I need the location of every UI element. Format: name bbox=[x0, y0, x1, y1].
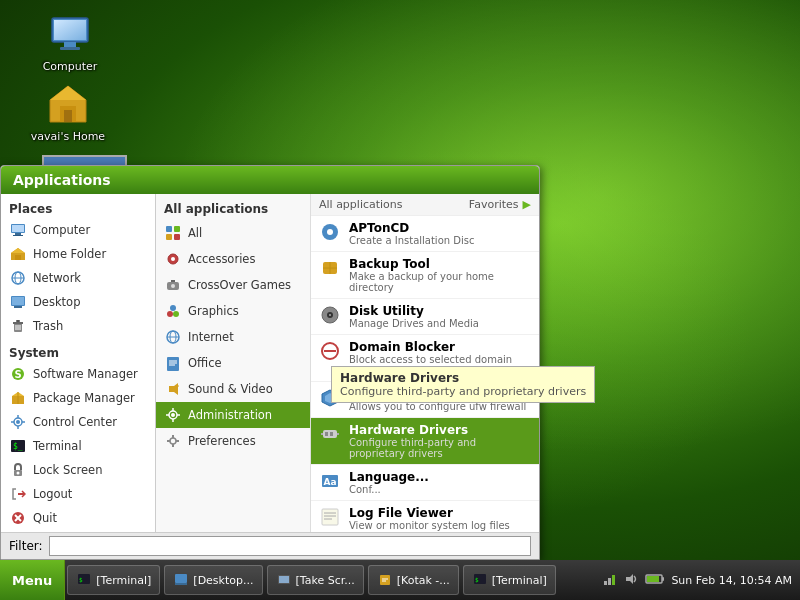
sidebar-item-network[interactable]: Network bbox=[1, 266, 155, 290]
graphics-icon bbox=[164, 302, 182, 320]
svg-rect-47 bbox=[166, 226, 172, 232]
sidebar-item-terminal[interactable]: $_ Terminal bbox=[1, 434, 155, 458]
hardware-drivers-desc: Configure third-party and proprietary dr… bbox=[349, 437, 531, 459]
cat-administration-label: Administration bbox=[188, 408, 272, 422]
log-viewer-name: Log File Viewer bbox=[349, 506, 510, 520]
favorites-arrow-icon: ▶ bbox=[523, 198, 531, 211]
svg-rect-113 bbox=[380, 575, 390, 585]
cat-all[interactable]: All bbox=[156, 220, 310, 246]
sidebar-network-label: Network bbox=[33, 271, 81, 285]
sidebar-item-package-manager[interactable]: Package Manager bbox=[1, 386, 155, 410]
svg-rect-48 bbox=[174, 226, 180, 232]
network-icon bbox=[9, 269, 27, 287]
sidebar-software-label: Software Manager bbox=[33, 367, 138, 381]
terminal2-icon: $ bbox=[472, 572, 488, 588]
svg-point-42 bbox=[17, 472, 20, 475]
home-desktop-icon[interactable]: vavai's Home bbox=[28, 80, 108, 143]
app-item-log-viewer[interactable]: Log File Viewer View or monitor system l… bbox=[311, 501, 539, 532]
cat-all-label: All bbox=[188, 226, 202, 240]
sidebar-logout-label: Logout bbox=[33, 487, 72, 501]
app-item-aptoncd[interactable]: APTonCD Create a Installation Disc bbox=[311, 216, 539, 252]
svg-rect-20 bbox=[12, 297, 24, 305]
desktop1-icon bbox=[173, 572, 189, 588]
volume-icon[interactable] bbox=[623, 571, 639, 590]
cat-sound-video[interactable]: Sound & Video bbox=[156, 376, 310, 402]
sidebar-item-home[interactable]: Home Folder bbox=[1, 242, 155, 266]
app-item-disk-utility[interactable]: Disk Utility Manage Drives and Media bbox=[311, 299, 539, 335]
sidebar-item-logout[interactable]: Logout bbox=[1, 482, 155, 506]
taskbar-item-terminal2[interactable]: $ [Terminal] bbox=[463, 565, 556, 595]
package-manager-icon bbox=[9, 389, 27, 407]
hardware-drivers-icon bbox=[319, 423, 341, 445]
svg-point-58 bbox=[173, 311, 179, 317]
svg-rect-93 bbox=[330, 432, 333, 436]
taskbar-apps: $ [Terminal] [Desktop... [Take Scr... [K… bbox=[65, 560, 593, 600]
sidebar-item-desktop[interactable]: Desktop bbox=[1, 290, 155, 314]
computer-desktop-icon[interactable]: Computer bbox=[30, 10, 110, 73]
svg-text:$_: $_ bbox=[13, 442, 23, 451]
svg-text:$: $ bbox=[79, 576, 83, 583]
menu-body: Places Computer Home Folder bbox=[1, 194, 539, 532]
sidebar-trash-label: Trash bbox=[33, 319, 63, 333]
svg-rect-109 bbox=[175, 574, 187, 583]
start-button[interactable]: Menu bbox=[0, 560, 65, 600]
all-apps-label: All applications bbox=[319, 198, 403, 211]
app-item-domain-blocker[interactable]: Domain Blocker Block access to selected … bbox=[311, 335, 539, 382]
sidebar-item-software-manager[interactable]: S Software Manager bbox=[1, 362, 155, 386]
cat-office[interactable]: Office bbox=[156, 350, 310, 376]
svg-point-55 bbox=[171, 284, 175, 288]
app-categories-panel: All applications All Accessories bbox=[156, 194, 311, 532]
network-status-icon[interactable] bbox=[601, 571, 617, 590]
cat-accessories[interactable]: Accessories bbox=[156, 246, 310, 272]
svg-marker-54 bbox=[171, 280, 175, 282]
taskbar-item-desktop1[interactable]: [Desktop... bbox=[164, 565, 262, 595]
firewall-desc: Allows you to configure ufw firewall bbox=[349, 401, 526, 412]
taskbar-item-terminal1[interactable]: $ [Terminal] bbox=[67, 565, 160, 595]
cat-administration[interactable]: Administration bbox=[156, 402, 310, 428]
svg-marker-66 bbox=[169, 383, 178, 395]
taskbar: Menu $ [Terminal] [Desktop... [Take Scr.… bbox=[0, 560, 800, 600]
terminal-icon: $_ bbox=[9, 437, 27, 455]
app-item-language[interactable]: Aa Language... Conf... bbox=[311, 465, 539, 501]
sidebar-desktop-label: Desktop bbox=[33, 295, 80, 309]
favorites-button[interactable]: Favorites ▶ bbox=[469, 198, 531, 211]
sidebar-item-trash[interactable]: Trash bbox=[1, 314, 155, 338]
control-center-icon bbox=[9, 413, 27, 431]
taskbar-terminal2-label: [Terminal] bbox=[492, 574, 547, 587]
cat-graphics[interactable]: Graphics bbox=[156, 298, 310, 324]
computer-icon bbox=[46, 10, 94, 58]
svg-point-86 bbox=[329, 314, 331, 316]
cat-internet[interactable]: Internet bbox=[156, 324, 310, 350]
svg-text:Aa: Aa bbox=[323, 477, 336, 487]
svg-rect-11 bbox=[15, 233, 21, 235]
favorites-label: Favorites bbox=[469, 198, 519, 211]
sidebar-item-control-center[interactable]: Control Center bbox=[1, 410, 155, 434]
svg-point-69 bbox=[171, 413, 175, 417]
taskbar-item-kotak[interactable]: [Kotak -... bbox=[368, 565, 459, 595]
sidebar-item-lock-screen[interactable]: Lock Screen bbox=[1, 458, 155, 482]
trash-icon bbox=[9, 317, 27, 335]
aptoncd-icon bbox=[319, 221, 341, 243]
left-panel: Places Computer Home Folder bbox=[1, 194, 156, 532]
taskbar-right: Sun Feb 14, 10:54 AM bbox=[593, 571, 800, 590]
svg-rect-2 bbox=[54, 20, 86, 40]
sidebar-lock-label: Lock Screen bbox=[33, 463, 102, 477]
svg-rect-123 bbox=[662, 577, 664, 581]
app-item-backup[interactable]: Backup Tool Make a backup of your home d… bbox=[311, 252, 539, 299]
sidebar-item-computer[interactable]: Computer bbox=[1, 218, 155, 242]
cat-preferences[interactable]: Preferences bbox=[156, 428, 310, 454]
app-list-panel[interactable]: All applications Favorites ▶ APTonCD Cre… bbox=[311, 194, 539, 532]
taskbar-item-take-scr[interactable]: [Take Scr... bbox=[267, 565, 364, 595]
domain-blocker-desc: Block access to selected domain names bbox=[349, 354, 531, 376]
svg-point-57 bbox=[170, 305, 176, 311]
app-item-hardware-drivers[interactable]: Hardware Drivers Configure third-party a… bbox=[311, 418, 539, 465]
sidebar-item-quit[interactable]: Quit bbox=[1, 506, 155, 530]
svg-rect-124 bbox=[647, 576, 659, 582]
filter-input[interactable] bbox=[49, 536, 531, 556]
app-item-firewall[interactable]: Firewall configuration Allows you to con… bbox=[311, 382, 539, 418]
system-header: System bbox=[1, 342, 155, 362]
quit-icon bbox=[9, 509, 27, 527]
cat-crossover[interactable]: CrossOver Games bbox=[156, 272, 310, 298]
battery-icon bbox=[645, 571, 665, 590]
disk-utility-name: Disk Utility bbox=[349, 304, 479, 318]
